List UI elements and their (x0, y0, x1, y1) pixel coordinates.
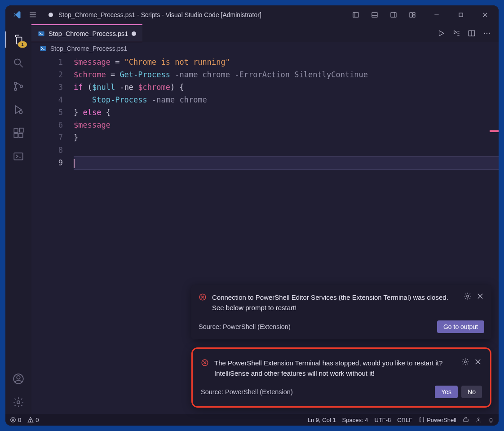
svg-rect-39 (40, 46, 46, 51)
svg-rect-3 (353, 13, 358, 18)
window-title: Stop_Chrome_Process.ps1 - Scripts - Visu… (58, 11, 261, 18)
gear-icon[interactable] (461, 358, 469, 366)
status-errors[interactable]: 0 (10, 417, 21, 423)
search-icon[interactable] (5, 51, 31, 75)
line-number: 3 (31, 81, 63, 93)
maximize-button[interactable] (451, 9, 471, 21)
code-line[interactable]: $message = "Chrome is not running" (74, 56, 499, 68)
line-number: 9 (31, 156, 63, 169)
panel-bottom-icon[interactable] (367, 9, 383, 21)
code-line[interactable] (74, 144, 499, 156)
close-icon[interactable] (476, 292, 484, 300)
powershell-file-icon (38, 30, 45, 37)
vscode-logo-icon (13, 10, 22, 19)
svg-point-29 (17, 401, 20, 404)
gear-icon[interactable] (464, 292, 472, 300)
svg-rect-5 (372, 13, 377, 18)
panel-left-icon[interactable] (348, 9, 364, 21)
code-line[interactable]: } else { (74, 106, 499, 119)
explorer-icon[interactable]: 1 (5, 28, 31, 51)
powershell-file-icon (40, 45, 47, 52)
close-button[interactable] (475, 9, 495, 21)
status-person-icon[interactable] (475, 417, 482, 423)
vscode-window: Stop_Chrome_Process.ps1 - Scripts - Visu… (5, 5, 499, 426)
tab-bar: Stop_Chrome_Process.ps1 (31, 24, 499, 42)
status-feedback-icon[interactable] (463, 417, 469, 423)
split-editor-icon[interactable] (466, 28, 477, 39)
svg-point-21 (19, 111, 22, 114)
code-line[interactable] (74, 156, 499, 170)
notification-toast: The PowerShell Extension Terminal has st… (191, 347, 491, 408)
status-encoding[interactable]: UTF-8 (374, 417, 391, 423)
code-line[interactable]: } (74, 131, 499, 144)
accounts-icon[interactable] (5, 367, 31, 391)
line-number: 6 (31, 119, 63, 131)
panel-right-icon[interactable] (385, 9, 402, 21)
svg-rect-7 (391, 13, 396, 18)
run-icon[interactable] (436, 28, 447, 39)
svg-rect-24 (19, 133, 23, 138)
breadcrumb[interactable]: Stop_Chrome_Process.ps1 (31, 42, 499, 54)
line-number: 7 (31, 131, 63, 144)
svg-rect-22 (14, 129, 18, 133)
explorer-badge: 1 (18, 41, 27, 48)
line-number: 8 (31, 144, 63, 156)
line-numbers: 123456789 (31, 54, 71, 414)
code-line[interactable]: $chrome = Get-Process -name chrome -Erro… (74, 68, 499, 81)
svg-point-56 (464, 360, 467, 363)
notification-source: Source: PowerShell (Extension) (201, 388, 293, 395)
line-number: 4 (31, 93, 63, 106)
notification-button[interactable]: Yes (435, 386, 458, 398)
svg-line-17 (20, 64, 23, 67)
line-number: 1 (31, 56, 63, 68)
close-icon[interactable] (474, 358, 482, 366)
svg-point-46 (477, 418, 479, 420)
menu-icon[interactable] (25, 11, 40, 19)
svg-rect-25 (19, 128, 23, 132)
svg-rect-45 (464, 419, 469, 422)
line-number: 2 (31, 68, 63, 81)
code-line[interactable]: if ($null -ne $chrome) { (74, 81, 499, 93)
svg-rect-10 (413, 13, 415, 15)
svg-point-36 (484, 33, 485, 34)
svg-rect-13 (459, 13, 463, 17)
svg-point-27 (17, 376, 20, 379)
more-actions-icon[interactable] (482, 28, 492, 39)
minimize-button[interactable] (427, 9, 447, 21)
status-spaces[interactable]: Spaces: 4 (342, 417, 368, 423)
status-bell-icon[interactable] (488, 417, 494, 423)
svg-point-19 (14, 88, 17, 90)
svg-point-38 (489, 33, 490, 34)
status-lncol[interactable]: Ln 9, Col 1 (308, 417, 336, 423)
powershell-icon[interactable] (5, 145, 31, 168)
editor-tab[interactable]: Stop_Chrome_Process.ps1 (31, 24, 142, 42)
svg-point-16 (14, 59, 20, 65)
notification-message: Connection to PowerShell Editor Services… (212, 292, 458, 313)
notification-message: The PowerShell Extension Terminal has st… (214, 358, 456, 379)
status-eol[interactable]: CRLF (397, 417, 412, 423)
extensions-icon[interactable] (5, 121, 31, 145)
code-line[interactable]: Stop-Process -name chrome (74, 93, 499, 106)
svg-point-44 (31, 421, 31, 422)
notification-button[interactable]: Go to output (437, 320, 484, 333)
svg-rect-23 (14, 133, 18, 138)
cursor (74, 159, 75, 168)
run-selection-icon[interactable] (451, 28, 462, 39)
source-control-icon[interactable] (5, 75, 31, 98)
notification-button[interactable]: No (461, 386, 482, 398)
run-debug-icon[interactable] (5, 98, 31, 121)
notification-source: Source: PowerShell (Extension) (199, 323, 291, 330)
line-number: 5 (31, 106, 63, 119)
tab-label: Stop_Chrome_Process.ps1 (49, 30, 128, 37)
activity-bar: 1 (5, 24, 31, 414)
svg-point-37 (486, 33, 487, 34)
customize-layout-icon[interactable] (404, 9, 420, 21)
status-warnings[interactable]: 0 (27, 417, 39, 423)
status-lang[interactable]: PowerShell (419, 417, 456, 423)
notification-stack: Connection to PowerShell Editor Services… (191, 285, 491, 408)
code-line[interactable]: $message (74, 119, 499, 131)
settings-gear-icon[interactable] (5, 391, 31, 414)
tab-modified-icon (132, 31, 136, 36)
notification-toast: Connection to PowerShell Editor Services… (191, 285, 491, 339)
svg-rect-9 (410, 13, 412, 18)
